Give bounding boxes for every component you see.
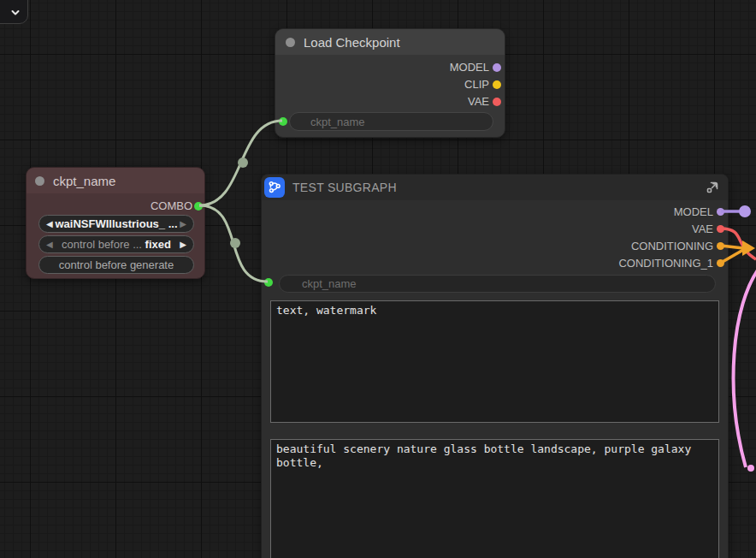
negative-prompt-textarea[interactable]: text, watermark: [270, 300, 719, 423]
widget-label: ckpt_name: [290, 116, 365, 128]
slot-label: VAE: [692, 221, 713, 238]
canvas-menu-panel[interactable]: [0, 0, 28, 24]
node-title: ckpt_name: [53, 174, 115, 188]
widget-label: ckpt_name: [280, 277, 357, 290]
combo-prev-icon[interactable]: ◀: [46, 235, 53, 253]
output-port[interactable]: [493, 80, 501, 89]
input-port-ckpt-name[interactable]: [279, 117, 287, 126]
ckpt-name-widget[interactable]: ckpt_name: [289, 112, 493, 131]
slot-label: MODEL: [450, 59, 489, 76]
output-port[interactable]: [194, 202, 203, 211]
slot-label: CONDITIONING_1: [618, 255, 713, 272]
output-slot-model: MODEL: [262, 204, 728, 221]
combo-value: fixed: [145, 238, 171, 251]
wire-midpoint-dot[interactable]: [238, 157, 248, 168]
combo-next-icon[interactable]: ▶: [180, 235, 186, 253]
output-slot-vae: VAE: [275, 93, 505, 110]
node-load-checkpoint[interactable]: Load Checkpoint MODEL CLIP VAE ckpt_name: [275, 28, 505, 138]
wire-model-reroute-dot[interactable]: [739, 205, 751, 217]
output-port[interactable]: [717, 242, 724, 250]
wire-direction-arrow-icon: [742, 240, 755, 256]
output-slot-clip: CLIP: [275, 76, 505, 93]
wire-combo-to-subgraph[interactable]: [199, 205, 268, 282]
collapse-toggle-icon[interactable]: [286, 38, 295, 47]
output-port[interactable]: [717, 225, 724, 233]
wire-pink-end-dot[interactable]: [747, 465, 754, 472]
node-test-subgraph[interactable]: TEST SUBGRAPH MODEL VAE CONDITIO: [261, 174, 729, 558]
positive-prompt-textarea[interactable]: beautiful scenery nature glass bottle la…: [270, 439, 719, 558]
output-slot-vae: VAE: [262, 221, 728, 238]
output-port[interactable]: [717, 208, 724, 216]
slot-label: VAE: [468, 93, 489, 110]
slot-label: COMBO: [151, 198, 192, 215]
output-slot-combo: COMBO: [27, 198, 204, 215]
output-slot-model: MODEL: [275, 59, 505, 76]
slot-label: CLIP: [464, 76, 489, 93]
slot-label: CONDITIONING: [631, 238, 713, 255]
output-port[interactable]: [493, 98, 501, 106]
graph-canvas[interactable]: Load Checkpoint MODEL CLIP VAE ckpt_name…: [0, 0, 756, 558]
output-port[interactable]: [717, 259, 724, 267]
wire-pink[interactable]: [734, 265, 756, 467]
node-title: Load Checkpoint: [304, 35, 400, 50]
chevron-down-icon[interactable]: [9, 6, 22, 20]
open-subgraph-icon[interactable]: [703, 178, 722, 197]
combo-label: control before ...: [62, 238, 142, 251]
ckpt-name-widget[interactable]: ckpt_name: [279, 275, 716, 293]
button-widget-control-before-generate[interactable]: control before generate: [38, 256, 194, 274]
subgraph-icon: [264, 177, 285, 198]
output-slot-conditioning: CONDITIONING: [262, 238, 728, 255]
combo-widget-control-before[interactable]: ◀ control before ... fixed ▶: [38, 235, 194, 253]
node-header[interactable]: TEST SUBGRAPH: [262, 175, 728, 200]
combo-next-icon[interactable]: ▶: [180, 215, 186, 233]
output-port[interactable]: [493, 63, 501, 72]
combo-value: waiNSFWIllustrious_ ...: [53, 217, 180, 230]
node-header[interactable]: ckpt_name: [27, 168, 204, 193]
node-title: TEST SUBGRAPH: [292, 181, 397, 194]
collapse-toggle-icon[interactable]: [35, 176, 44, 186]
combo-widget-checkpoint[interactable]: ◀ waiNSFWIllustrious_ ... ▶: [38, 215, 194, 233]
node-header[interactable]: Load Checkpoint: [275, 29, 505, 55]
combo-prev-icon[interactable]: ◀: [46, 215, 53, 233]
wire-midpoint-dot[interactable]: [230, 238, 240, 248]
button-label: control before generate: [39, 258, 193, 271]
output-slot-conditioning-1: CONDITIONING_1: [262, 255, 728, 272]
slot-label: MODEL: [674, 204, 713, 221]
node-ckpt-name[interactable]: ckpt_name COMBO ◀ waiNSFWIllustrious_ ..…: [26, 167, 205, 279]
input-port-ckpt-name[interactable]: [264, 278, 273, 287]
